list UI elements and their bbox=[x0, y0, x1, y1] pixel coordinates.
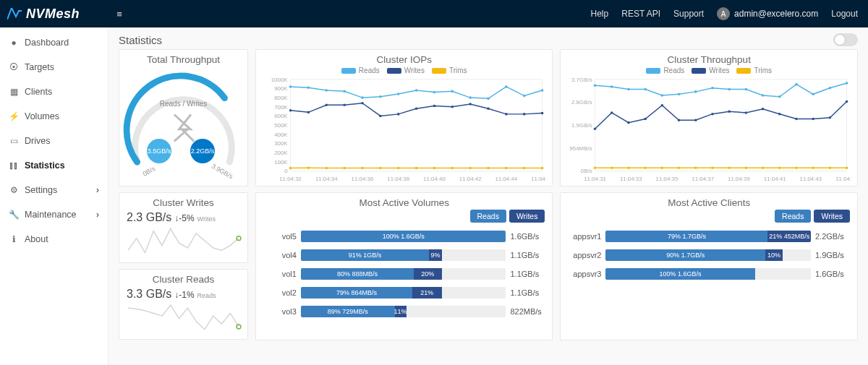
user-menu[interactable]: A admin@excelero.com bbox=[717, 7, 818, 20]
bar-row: appsvr290% 1.7GB/s10%1.9GB/s bbox=[561, 246, 857, 265]
logo-icon bbox=[7, 8, 22, 20]
help-link[interactable]: Help bbox=[591, 9, 609, 19]
sidebar-item-settings[interactable]: ⚙Settings› bbox=[0, 178, 108, 202]
sidebar-item-label: Volumes bbox=[25, 111, 59, 121]
panel-title: Most Active Volumes bbox=[256, 193, 553, 210]
svg-text:11:04:40: 11:04:40 bbox=[423, 176, 446, 182]
bar-row: appsvr179% 1.7GB/s21% 452MB/s2.2GB/s bbox=[561, 227, 857, 246]
svg-text:11:04:46: 11:04:46 bbox=[531, 176, 546, 182]
svg-point-118 bbox=[712, 166, 715, 169]
panel-total-throughput: Total Throughput Reads / Writes 3.5GB/s … bbox=[119, 49, 248, 186]
svg-point-92 bbox=[812, 93, 815, 96]
svg-point-87 bbox=[728, 88, 731, 91]
logout-link[interactable]: Logout bbox=[831, 9, 858, 19]
panel-cluster-throughput: Cluster Throughput Reads Writes Trims 3.… bbox=[560, 49, 858, 186]
bar-track: 79% 864MB/s21% bbox=[301, 287, 506, 299]
svg-text:11:04:43: 11:04:43 bbox=[800, 176, 822, 182]
bar-seg-writes: 21% bbox=[412, 287, 442, 299]
support-link[interactable]: Support bbox=[673, 9, 704, 19]
svg-text:11:04:44: 11:04:44 bbox=[495, 176, 517, 182]
targets-icon: ⦿ bbox=[9, 62, 19, 72]
svg-point-51 bbox=[307, 167, 310, 170]
sidebar-item-about[interactable]: ℹAbout bbox=[0, 227, 108, 252]
page-title: Statistics bbox=[119, 34, 162, 46]
brand-logo: NVMesh bbox=[0, 7, 109, 22]
bar-seg-reads: 100% 1.6GB/s bbox=[605, 268, 754, 280]
panel-title: Total Throughput bbox=[119, 50, 247, 66]
sidebar-item-label: Targets bbox=[25, 62, 54, 72]
bar-value: 1.1GB/s bbox=[510, 251, 545, 259]
svg-point-105 bbox=[762, 108, 765, 111]
sidebar-item-clients[interactable]: ▦Clients bbox=[0, 80, 108, 104]
svg-point-40 bbox=[379, 115, 382, 118]
svg-text:3.7GB/s: 3.7GB/s bbox=[571, 77, 592, 83]
svg-text:0: 0 bbox=[284, 168, 288, 174]
menu-toggle-icon[interactable]: ≡ bbox=[109, 9, 130, 20]
svg-point-83 bbox=[661, 94, 664, 97]
svg-point-102 bbox=[712, 113, 715, 116]
svg-point-59 bbox=[451, 167, 454, 170]
sidebar-item-label: Settings bbox=[25, 185, 57, 195]
bar-value: 822MB/s bbox=[510, 307, 545, 316]
svg-point-60 bbox=[469, 167, 472, 170]
svg-point-89 bbox=[762, 94, 765, 97]
metric-delta: ↓-5% bbox=[174, 213, 194, 223]
svg-point-52 bbox=[325, 167, 328, 170]
svg-text:100K: 100K bbox=[274, 159, 288, 166]
user-email: admin@excelero.com bbox=[734, 9, 818, 19]
bar-seg-reads: 91% 1GB/s bbox=[301, 249, 429, 261]
svg-point-23 bbox=[343, 90, 346, 93]
panel-active-clients: Most Active Clients Reads Writes appsvr1… bbox=[560, 192, 858, 340]
writes-toggle-btn[interactable]: Writes bbox=[509, 210, 545, 223]
writes-toggle-btn[interactable]: Writes bbox=[814, 210, 850, 223]
metric-value: 2.3 GB/s bbox=[127, 211, 171, 224]
metric-sub: Reads bbox=[197, 292, 216, 299]
svg-point-26 bbox=[397, 93, 400, 95]
panel-title: Cluster IOPs bbox=[256, 50, 553, 66]
sidebar-item-dashboard[interactable]: ●Dashboard bbox=[0, 30, 108, 55]
svg-point-128 bbox=[237, 325, 241, 329]
svg-point-94 bbox=[846, 82, 848, 85]
svg-point-34 bbox=[541, 89, 544, 92]
svg-point-27 bbox=[415, 89, 418, 92]
svg-text:954MB/s: 954MB/s bbox=[570, 145, 592, 152]
svg-point-97 bbox=[628, 121, 631, 124]
sidebar-item-targets[interactable]: ⦿Targets bbox=[0, 55, 108, 80]
svg-point-100 bbox=[678, 119, 681, 121]
svg-text:300K: 300K bbox=[274, 140, 288, 147]
svg-text:1000K: 1000K bbox=[271, 77, 289, 83]
bar-seg-writes: 11% bbox=[395, 306, 407, 317]
svg-point-106 bbox=[778, 113, 781, 116]
bar-label: appsvr1 bbox=[568, 232, 601, 241]
chevron-right-icon: › bbox=[96, 210, 99, 220]
legend: Reads Writes Trims bbox=[561, 66, 857, 74]
sidebar-item-statistics[interactable]: ⫿⫿Statistics bbox=[0, 153, 108, 178]
reads-toggle-btn[interactable]: Reads bbox=[775, 210, 811, 223]
svg-text:600K: 600K bbox=[274, 113, 288, 119]
panel-active-volumes: Most Active Volumes Reads Writes vol5100… bbox=[255, 192, 553, 340]
panel-title: Cluster Throughput bbox=[561, 50, 857, 66]
sidebar-item-volumes[interactable]: ⚡Volumes bbox=[0, 104, 108, 129]
bar-value: 1.9GB/s bbox=[815, 251, 850, 259]
panel-cluster-reads: Cluster Reads 3.3 GB/s ↓-1% Reads bbox=[119, 269, 248, 340]
svg-point-63 bbox=[523, 167, 526, 170]
bar-track: 100% 1.6GB/s bbox=[301, 231, 506, 242]
svg-point-49 bbox=[541, 112, 544, 115]
svg-point-38 bbox=[343, 103, 346, 106]
svg-point-29 bbox=[451, 90, 454, 93]
bar-seg-reads: 100% 1.6GB/s bbox=[301, 231, 506, 242]
sidebar-item-maintenance[interactable]: 🔧Maintenance› bbox=[0, 202, 108, 227]
live-toggle[interactable] bbox=[833, 33, 858, 46]
bar-seg-reads: 79% 864MB/s bbox=[301, 287, 412, 299]
volumes-icon: ⚡ bbox=[9, 111, 19, 121]
svg-point-99 bbox=[661, 104, 664, 107]
svg-point-81 bbox=[628, 88, 631, 91]
svg-point-33 bbox=[523, 95, 526, 98]
rest-api-link[interactable]: REST API bbox=[621, 9, 660, 19]
bar-label: vol3 bbox=[263, 307, 297, 316]
svg-point-44 bbox=[451, 106, 454, 108]
svg-point-116 bbox=[678, 166, 681, 169]
dashboard-icon: ● bbox=[9, 38, 19, 48]
sidebar-item-drives[interactable]: ▭Drives bbox=[0, 129, 108, 153]
reads-toggle-btn[interactable]: Reads bbox=[470, 210, 506, 223]
